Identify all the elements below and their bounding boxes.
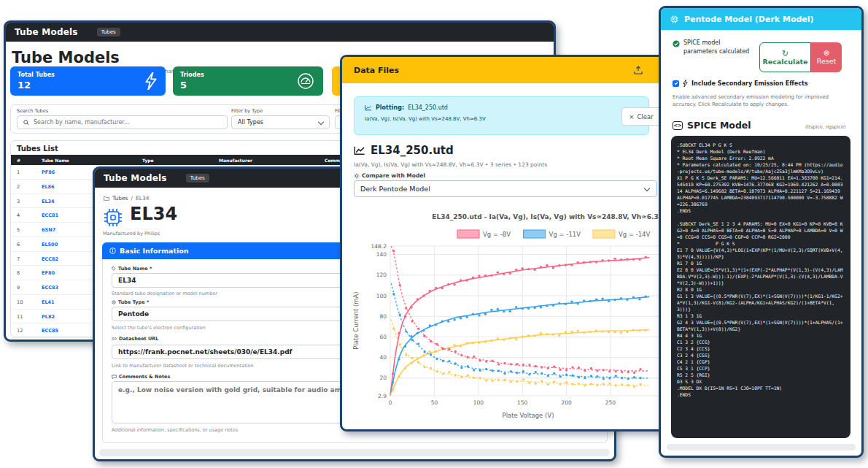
svg-text:120: 120	[376, 272, 387, 278]
tube-link[interactable]: 6SN7	[42, 227, 55, 233]
svg-text:150: 150	[517, 399, 528, 406]
breadcrumb-tubes[interactable]: Tubes	[112, 195, 128, 202]
secondary-emission-helper: Enable advanced secondary emission model…	[673, 93, 848, 108]
tube-link[interactable]: EL41	[42, 299, 55, 305]
tube-link[interactable]: ECC85	[42, 328, 58, 334]
window-footer-strip	[99, 449, 610, 456]
filter-type-label: Filter by Type	[231, 108, 263, 114]
app-brand[interactable]: Tube Models	[15, 27, 78, 37]
chip-icon	[670, 15, 679, 24]
tube-link[interactable]: EL86	[42, 184, 55, 190]
upload-icon[interactable]	[634, 66, 643, 74]
desktop: Tube Models Tubes Tube Models Browse and…	[0, 0, 868, 468]
section-title: Basic Information	[120, 247, 189, 255]
tube-name-label: Tube Name *	[112, 266, 152, 272]
app-brand[interactable]: Tube Models	[104, 173, 167, 183]
search-placeholder: Search by name, manufacturer...	[34, 119, 130, 126]
window-footer-strip	[667, 444, 856, 450]
comments-helper: Additional information, specifications, …	[112, 427, 238, 433]
nav-item-tubes[interactable]: Tubes	[186, 174, 209, 183]
tube-link[interactable]: EF80	[42, 270, 55, 276]
row-number: 5	[17, 227, 20, 233]
row-number: 11	[17, 314, 23, 320]
svg-text:100: 100	[376, 293, 387, 299]
svg-text:Vg = -14V: Vg = -14V	[619, 231, 651, 238]
data-files-header: Data Files	[342, 57, 672, 83]
row-number: 2	[17, 184, 20, 190]
svg-text:100: 100	[473, 399, 484, 406]
svg-text:Vg = -8V: Vg = -8V	[483, 231, 511, 238]
row-number: 4	[17, 212, 20, 218]
row-number: 12	[17, 328, 23, 334]
spice-code-block[interactable]: .SUBCKT EL34 P G K S * EL34 Derk Model (…	[671, 136, 850, 438]
svg-text:EL34_250.utd - Ia(Va, Vg), Is(: EL34_250.utd - Ia(Va, Vg), Is(Va, Vg) wi…	[432, 213, 663, 220]
col-number[interactable]: #	[17, 158, 20, 163]
row-number: 6	[17, 242, 20, 248]
filter-type-value: All Types	[238, 119, 263, 126]
close-icon: ×	[629, 113, 634, 120]
chevron-down-icon	[318, 119, 324, 125]
file-title: EL34_250.utd	[371, 144, 454, 157]
search-input[interactable]: Search by name, manufacturer...	[17, 115, 228, 129]
col-manufacturer[interactable]: Manufacturer	[219, 158, 252, 163]
stat-card-total-tubes[interactable]: Total Tubes 12	[10, 66, 166, 96]
search-label: Search Tubes	[17, 108, 48, 114]
data-files-window: Data Files Plotting: EL34_250.utd Ia(Va,…	[340, 55, 674, 431]
pentode-model-header: Pentode Model (Derk Model)	[661, 8, 861, 30]
row-number: 10	[17, 299, 23, 305]
svg-text:40: 40	[379, 354, 387, 361]
compare-with-model-label: Compare with Model	[354, 172, 425, 179]
secondary-emission-checkbox[interactable]	[673, 80, 679, 87]
spice-model-title: SPICE Model	[687, 120, 751, 131]
tube-link[interactable]: ECC83	[42, 285, 58, 291]
secondary-emission-label: Include Secondary Emission Effects	[691, 80, 807, 87]
check-circle-icon	[673, 40, 680, 56]
col-type[interactable]: Type	[142, 158, 154, 163]
tube-link[interactable]: EL500	[42, 242, 58, 248]
navbar: Tube Models Tubes	[6, 23, 554, 42]
row-number: 1	[17, 169, 20, 175]
spice-code: .SUBCKT EL34 P G K S * EL34 Derk Model (…	[677, 142, 845, 398]
tube-link[interactable]: PF86	[42, 169, 55, 175]
filter-type-select[interactable]: All Types	[231, 115, 330, 129]
stat-card-triodes[interactable]: Triodes 5	[173, 66, 323, 96]
recalculate-button[interactable]: ↻ Recalculate	[759, 42, 811, 72]
col-tube-name[interactable]: Tube Name	[42, 158, 69, 163]
folder-icon	[104, 196, 109, 201]
tube-type-label: Tube Type *	[112, 299, 149, 305]
pentode-model-title: Pentode Model (Derk Model)	[684, 15, 814, 24]
tube-subtitle: Manufactured by Philips	[103, 231, 160, 237]
tube-link[interactable]: ECC82	[42, 256, 58, 262]
chevron-down-icon	[644, 185, 650, 191]
row-number: 8	[17, 270, 20, 276]
row-number: 7	[17, 256, 20, 262]
svg-text:Vg = -11V: Vg = -11V	[549, 231, 581, 238]
pentode-model-window: Pentode Model (Derk Model) SPICE model p…	[659, 6, 864, 458]
clear-button[interactable]: × Clear	[621, 107, 661, 126]
svg-text:Plate Voltage (V): Plate Voltage (V)	[503, 412, 554, 419]
plotting-prefix: Plotting:	[376, 104, 404, 111]
tube-link[interactable]: EL34	[42, 199, 55, 204]
tube-link[interactable]: PL82	[42, 314, 55, 320]
tubes-list-title: Tubes List	[17, 145, 58, 153]
secondary-emission-row: Include Secondary Emission Effects	[673, 80, 807, 87]
chip-icon	[102, 207, 124, 229]
x-circle-icon: ⊗	[824, 50, 829, 57]
tube-link[interactable]: ECC81	[42, 212, 58, 218]
svg-text:80: 80	[379, 313, 387, 320]
row-number: 9	[17, 285, 20, 291]
nav-item-tubes[interactable]: Tubes	[97, 28, 120, 37]
spice-model-heading: <> SPICE Model	[673, 120, 751, 131]
chart-line-icon	[354, 145, 365, 156]
reset-button[interactable]: ⊗ Reset	[811, 42, 842, 72]
status-row: SPICE model parameters calculated	[673, 39, 754, 56]
plotting-file: EL34_250.utd	[408, 104, 448, 111]
svg-text:200: 200	[561, 399, 572, 406]
svg-text:20: 20	[379, 375, 387, 381]
data-files-title: Data Files	[354, 66, 399, 75]
lightning-icon	[683, 80, 688, 87]
compare-model-select[interactable]: Derk Pentode Model	[354, 180, 657, 197]
tube-type-helper: Select the tube's electron configuration	[112, 325, 206, 331]
datasheet-url-label: Datasheet URL	[112, 336, 158, 342]
file-heading: EL34_250.utd	[354, 144, 454, 157]
